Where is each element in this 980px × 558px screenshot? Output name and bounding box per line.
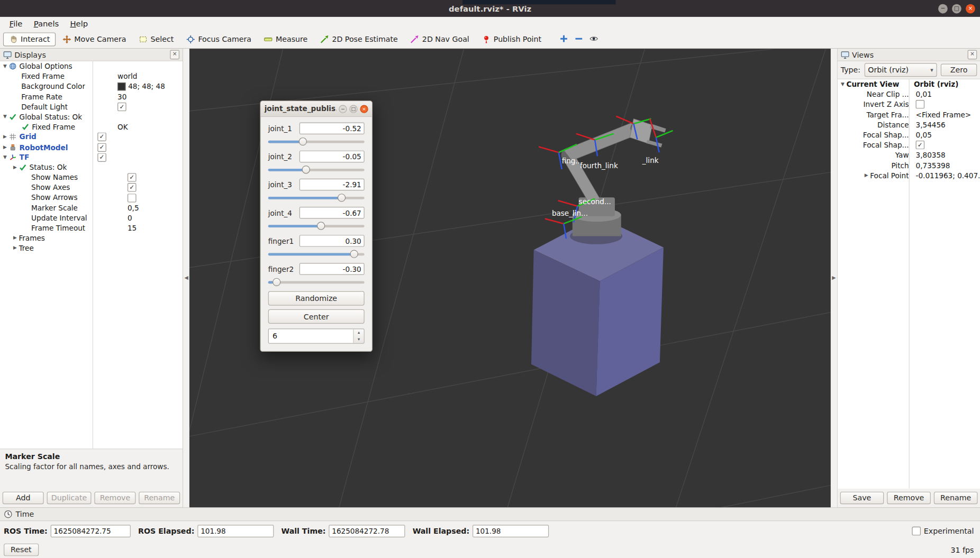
tree-row[interactable]: Show Names✓ [0, 172, 183, 182]
joint-slider[interactable] [268, 250, 365, 259]
slider-handle[interactable] [302, 166, 310, 173]
tree-row[interactable]: ▶Focal Point-0.011963; 0.407... [838, 170, 980, 180]
property-value[interactable]: 3,54456 [916, 120, 946, 130]
collapse-right-icon[interactable]: ▶ [831, 275, 837, 281]
remove-button[interactable]: Remove [887, 492, 931, 505]
slider-handle[interactable] [350, 250, 358, 258]
joint-slider[interactable] [268, 194, 365, 203]
tree-row[interactable]: Distance3,54456 [838, 120, 980, 130]
center-button[interactable]: Center [268, 309, 365, 324]
tool-focus-camera[interactable]: Focus Camera [180, 32, 257, 46]
time-field-input[interactable] [473, 525, 549, 537]
tree-row[interactable]: Invert Z Axis [838, 99, 980, 109]
randomize-button[interactable]: Randomize [268, 291, 365, 305]
property-value[interactable]: 0,05 [916, 130, 932, 140]
joint-value-input[interactable] [300, 179, 365, 190]
joint-slider[interactable] [268, 222, 365, 231]
tree-row[interactable]: Update Interval0 [0, 213, 183, 223]
expander-icon[interactable]: ▶ [11, 233, 19, 243]
property-value[interactable]: 3,80358 [916, 150, 946, 160]
joint-value-input[interactable] [300, 151, 365, 162]
property-value[interactable]: Orbit (rviz) [914, 79, 958, 89]
expander-icon[interactable]: ▶ [863, 170, 870, 180]
jsp-maximize-icon[interactable]: □ [349, 105, 357, 113]
time-field-input[interactable] [329, 525, 405, 537]
property-checkbox[interactable]: ✓ [117, 103, 126, 112]
tool-interact[interactable]: Interact [3, 32, 56, 46]
tree-row[interactable]: Frame Rate30 [0, 92, 183, 102]
maximize-icon[interactable]: □ [952, 4, 961, 13]
experimental-checkbox[interactable] [912, 527, 921, 536]
tool-publish-point[interactable]: Publish Point [476, 32, 547, 46]
tree-row[interactable]: Show Axes✓ [0, 182, 183, 193]
expander-icon[interactable]: ▼ [1, 61, 8, 71]
joint-slider[interactable] [268, 138, 365, 147]
property-value[interactable]: world [117, 71, 137, 81]
menu-panels[interactable]: Panels [28, 18, 65, 29]
tool-nav-goal[interactable]: 2D Nav Goal [405, 32, 475, 46]
expander-icon[interactable]: ▼ [1, 112, 8, 122]
property-value[interactable]: 0,5 [128, 203, 139, 213]
jsp-close-icon[interactable]: × [360, 105, 368, 113]
joint-value-input[interactable] [300, 263, 365, 275]
rename-button[interactable]: Rename [934, 492, 978, 505]
property-checkbox[interactable] [128, 194, 137, 203]
jsp-minimize-icon[interactable]: − [339, 105, 347, 113]
slider-handle[interactable] [299, 138, 307, 145]
close-icon[interactable]: × [966, 4, 975, 13]
property-value[interactable]: 0,01 [916, 89, 932, 99]
spin-down-icon[interactable]: ▾ [354, 336, 364, 343]
expander-icon[interactable]: ▼ [1, 152, 8, 162]
tree-row[interactable]: ▶Status: Ok [0, 162, 183, 172]
slider-handle[interactable] [273, 278, 280, 286]
joint-value-input[interactable] [300, 235, 365, 246]
property-value[interactable]: <Fixed Frame> [916, 109, 972, 120]
save-button[interactable]: Save [840, 492, 884, 505]
menu-help[interactable]: Help [65, 18, 94, 29]
tool-properties[interactable] [588, 33, 601, 45]
menu-file[interactable]: File [4, 18, 28, 29]
spin-up-icon[interactable]: ▴ [354, 330, 364, 336]
remove-button[interactable]: Remove [94, 492, 135, 505]
tree-row[interactable]: ▼Global Options [0, 61, 183, 71]
expander-icon[interactable]: ▶ [11, 162, 19, 172]
property-value[interactable]: 0,735398 [916, 160, 950, 170]
tree-row[interactable]: Marker Scale0,5 [0, 203, 183, 213]
joint-value-input[interactable] [300, 123, 365, 134]
property-checkbox[interactable]: ✓ [916, 141, 925, 150]
tree-row[interactable]: Fixed FrameOK [0, 122, 183, 132]
property-value[interactable]: 0 [128, 213, 132, 223]
time-field-input[interactable] [197, 525, 274, 537]
tree-row[interactable]: Target Fra...<Fixed Frame> [838, 109, 980, 120]
joint-slider[interactable] [268, 278, 365, 287]
add-tool[interactable] [558, 33, 571, 45]
expander-icon[interactable]: ▶ [1, 142, 8, 152]
property-value[interactable]: OK [117, 122, 128, 132]
left-splitter[interactable]: ◀ [183, 49, 189, 507]
tree-row[interactable]: ▶Tree [0, 243, 183, 253]
view-type-select[interactable]: Orbit (rviz) ▾ [864, 63, 937, 77]
joint-slider[interactable] [268, 166, 365, 175]
zero-button[interactable]: Zero [941, 63, 977, 76]
tree-row[interactable]: ▼Global Status: Ok [0, 112, 183, 122]
tree-row[interactable]: Focal Shap...✓ [838, 140, 980, 150]
reset-button[interactable]: Reset [4, 544, 39, 556]
property-value[interactable]: 30 [117, 92, 126, 102]
expander-icon[interactable]: ▶ [11, 243, 19, 253]
expander-icon[interactable]: ▼ [839, 79, 846, 89]
property-checkbox[interactable] [916, 100, 925, 109]
add-button[interactable]: Add [3, 492, 44, 505]
slider-handle[interactable] [316, 222, 324, 230]
property-checkbox[interactable]: ✓ [97, 133, 106, 142]
tool-move-camera[interactable]: Move Camera [57, 32, 132, 46]
views-close-icon[interactable]: × [968, 50, 977, 60]
tree-row[interactable]: ▶Frames [0, 233, 183, 243]
tree-row[interactable]: ▼TF✓ [0, 152, 183, 162]
tool-pose-estimate[interactable]: 2D Pose Estimate [314, 32, 403, 46]
tree-row[interactable]: Focal Shap...0,05 [838, 130, 980, 140]
slider-handle[interactable] [338, 194, 346, 202]
right-splitter[interactable]: ▶ [831, 49, 837, 507]
displays-close-icon[interactable]: × [170, 50, 179, 60]
render-viewport[interactable]: fing...fourth_link_linksecond...base_lin… [189, 49, 831, 507]
property-value[interactable]: 48; 48; 48 [128, 81, 165, 92]
